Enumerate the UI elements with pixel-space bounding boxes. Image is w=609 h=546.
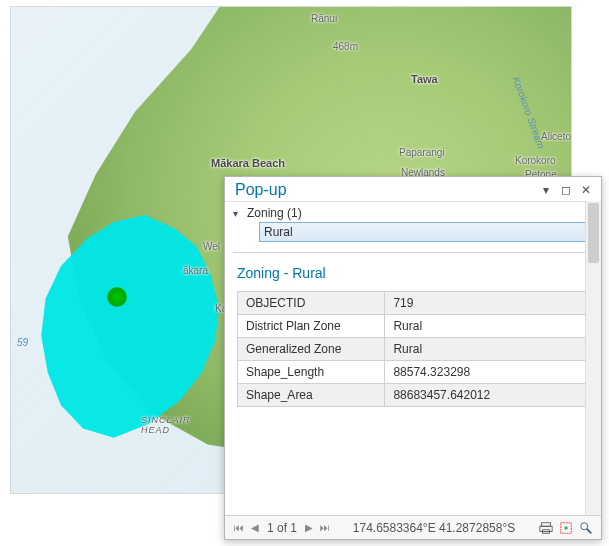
tree-layer-row[interactable]: ▾ Zoning (1) — [233, 206, 593, 220]
label-spotheight: 468m — [333, 41, 358, 52]
label-tawa: Tawa — [411, 73, 438, 85]
attr-value: 719 — [385, 292, 589, 315]
table-row: Generalized Zone Rural — [238, 338, 589, 361]
print-icon[interactable] — [537, 519, 555, 537]
tree-expand-icon[interactable]: ▾ — [233, 208, 243, 219]
scrollbar-thumb[interactable] — [588, 203, 599, 263]
svg-rect-1 — [540, 526, 552, 531]
coordinate-readout: 174.6583364°E 41.2872858°S — [333, 521, 535, 535]
attr-field: Generalized Zone — [238, 338, 385, 361]
label-paparangi: Paparangi — [399, 147, 445, 158]
attr-field: OBJECTID — [238, 292, 385, 315]
popup-header: Pop-up ▾ ◻ ✕ — [225, 177, 601, 202]
popup-panel: Pop-up ▾ ◻ ✕ ▾ Zoning (1) Rural Zoning -… — [224, 176, 602, 540]
attr-value: 88574.323298 — [385, 361, 589, 384]
next-record-icon[interactable]: ▶ — [301, 520, 317, 536]
collapse-icon[interactable]: ▾ — [537, 181, 555, 199]
last-record-icon[interactable]: ⏭ — [317, 520, 333, 536]
label-sinclair-head: SINCLAIR HEAD — [141, 415, 191, 435]
table-row: Shape_Length 88574.323298 — [238, 361, 589, 384]
feature-tree: ▾ Zoning (1) Rural — [225, 202, 601, 248]
attr-value: Rural — [385, 315, 589, 338]
svg-point-5 — [581, 522, 588, 529]
label-wellington: Wel — [203, 241, 220, 252]
label-ranui: Rānui — [311, 13, 337, 24]
attribute-table: OBJECTID 719 District Plan Zone Rural Ge… — [237, 291, 589, 407]
svg-point-4 — [564, 526, 568, 530]
label-aliceto: Aliceto — [541, 131, 571, 142]
dock-icon[interactable]: ◻ — [557, 181, 575, 199]
close-icon[interactable]: ✕ — [577, 181, 595, 199]
svg-rect-0 — [542, 522, 551, 526]
attr-field: District Plan Zone — [238, 315, 385, 338]
prev-record-icon[interactable]: ◀ — [247, 520, 263, 536]
popup-footer: ⏮ ◀ 1 of 1 ▶ ⏭ 174.6583364°E 41.2872858°… — [225, 515, 601, 539]
popup-title: Pop-up — [235, 181, 535, 199]
attr-value: 88683457.642012 — [385, 384, 589, 407]
separator — [233, 252, 593, 253]
svg-line-6 — [587, 528, 591, 532]
table-row: OBJECTID 719 — [238, 292, 589, 315]
select-icon[interactable] — [557, 519, 575, 537]
popup-body: ▾ Zoning (1) Rural Zoning - Rural OBJECT… — [225, 202, 601, 515]
attr-value: Rural — [385, 338, 589, 361]
scrollbar[interactable] — [585, 201, 601, 515]
label-makara-beach: Mākara Beach — [211, 157, 285, 169]
popup-subtitle: Zoning - Rural — [225, 255, 601, 289]
table-row: Shape_Area 88683457.642012 — [238, 384, 589, 407]
label-korokoro: Korokoro — [515, 155, 556, 166]
record-counter: 1 of 1 — [267, 521, 297, 535]
identify-point — [107, 287, 127, 307]
label-makara: ākara — [183, 265, 208, 276]
attr-field: Shape_Length — [238, 361, 385, 384]
tree-feature-selected[interactable]: Rural — [259, 222, 593, 242]
table-row: District Plan Zone Rural — [238, 315, 589, 338]
tree-layer-label: Zoning (1) — [247, 206, 302, 220]
depth-label: 59 — [17, 337, 28, 348]
first-record-icon[interactable]: ⏮ — [231, 520, 247, 536]
zoom-icon[interactable] — [577, 519, 595, 537]
attr-field: Shape_Area — [238, 384, 385, 407]
